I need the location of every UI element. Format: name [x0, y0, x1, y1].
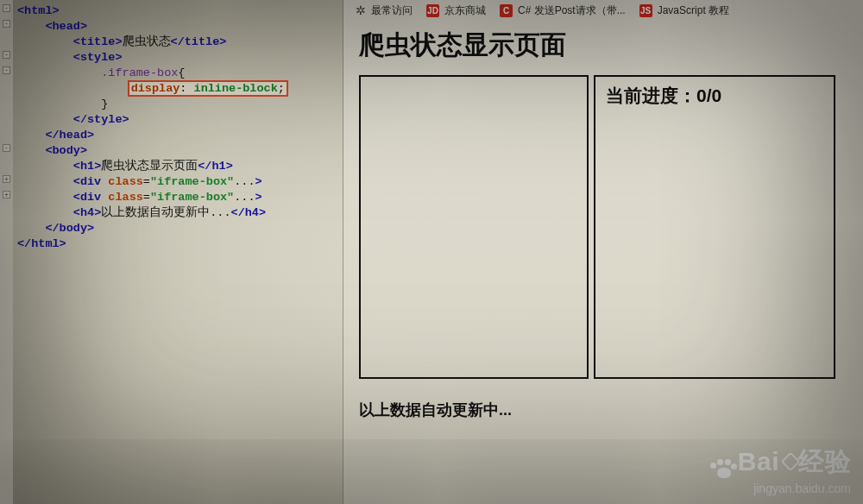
bookmarks-bar: ✲ 最常访问 JD 京东商城 C C# 发送Post请求（带... JS Jav… — [343, 0, 863, 19]
code-editor-pane: - - - - - + + <html> <head> <title>爬虫状态<… — [0, 0, 343, 504]
progress-label: 当前进度： — [606, 85, 696, 105]
fold-marker[interactable]: - — [3, 51, 10, 59]
source-code[interactable]: <html> <head> <title>爬虫状态</title> <style… — [2, 3, 343, 252]
fold-marker[interactable]: - — [3, 4, 10, 12]
fold-marker[interactable]: + — [3, 175, 10, 183]
page-title: 爬虫状态显示页面 — [359, 28, 847, 63]
bookmark-link[interactable]: JavaScript 教程 — [658, 3, 729, 18]
bookmark-icon-c[interactable]: C — [500, 4, 513, 17]
bookmark-icon-jd[interactable]: JD — [426, 4, 439, 17]
h4-text: 以上数据自动更新中... — [101, 206, 230, 219]
progress-value: 0/0 — [696, 85, 721, 105]
iframe-box-2: 当前进度：0/0 — [594, 75, 835, 379]
h1-text: 爬虫状态显示页面 — [101, 160, 198, 173]
css-selector: iframe-box — [108, 66, 178, 79]
editor-gutter: - - - - - + + — [0, 0, 13, 504]
bookmark-link[interactable]: 京东商城 — [444, 3, 486, 18]
most-visited-link[interactable]: 最常访问 — [371, 3, 413, 18]
fold-marker[interactable]: - — [3, 20, 10, 28]
update-text: 以上数据自动更新中... — [359, 400, 847, 420]
rendered-page-pane: ✲ 最常访问 JD 京东商城 C C# 发送Post请求（带... JS Jav… — [343, 0, 863, 504]
iframe-box-1 — [359, 75, 589, 379]
fold-marker[interactable]: - — [3, 66, 10, 74]
fold-marker[interactable]: - — [3, 144, 10, 152]
gear-icon[interactable]: ✲ — [356, 3, 366, 17]
bookmark-link[interactable]: C# 发送Post请求（带... — [518, 3, 626, 18]
bookmark-icon-js[interactable]: JS — [639, 4, 652, 17]
highlighted-css-line: display: inline-block; — [129, 82, 287, 95]
page-content: 爬虫状态显示页面 当前进度：0/0 以上数据自动更新中... — [343, 19, 863, 504]
title-text: 爬虫状态 — [123, 35, 171, 48]
fold-marker[interactable]: + — [3, 191, 10, 198]
